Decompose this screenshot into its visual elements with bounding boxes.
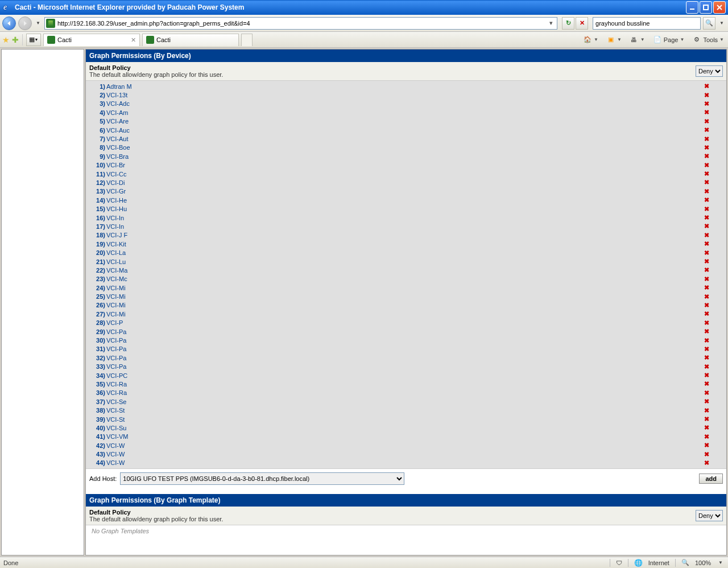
- delete-icon[interactable]: ✖: [704, 232, 723, 239]
- device-name-link[interactable]: VCI-Are: [106, 118, 132, 125]
- device-name-link[interactable]: VCI-St: [106, 416, 132, 423]
- policy-select-template[interactable]: Deny: [696, 510, 723, 521]
- delete-icon[interactable]: ✖: [704, 83, 723, 90]
- url-dropdown[interactable]: ▾: [547, 19, 556, 27]
- address-bar[interactable]: ▾: [44, 17, 557, 30]
- device-name-link[interactable]: Adtran M: [106, 83, 132, 90]
- delete-icon[interactable]: ✖: [704, 214, 723, 221]
- device-name-link[interactable]: VCI-Auc: [106, 127, 132, 134]
- delete-icon[interactable]: ✖: [704, 179, 723, 186]
- close-button[interactable]: [713, 1, 726, 14]
- device-name-link[interactable]: VCI-Mi: [106, 311, 132, 318]
- device-name-link[interactable]: VCI-Ma: [106, 267, 132, 274]
- tab-close-icon[interactable]: ✕: [131, 36, 136, 44]
- maximize-button[interactable]: [700, 1, 712, 14]
- delete-icon[interactable]: ✖: [704, 451, 723, 458]
- delete-icon[interactable]: ✖: [704, 442, 723, 449]
- tab-cacti-1[interactable]: Cacti ✕: [43, 34, 140, 46]
- device-name-link[interactable]: VCI-Aut: [106, 135, 132, 142]
- device-name-link[interactable]: VCI-13t: [106, 92, 132, 98]
- device-name-link[interactable]: VCI-Hu: [106, 205, 132, 212]
- device-name-link[interactable]: VCI-Mi: [106, 285, 132, 291]
- delete-icon[interactable]: ✖: [704, 196, 723, 204]
- delete-icon[interactable]: ✖: [704, 310, 723, 318]
- device-name-link[interactable]: VCI-Mc: [106, 275, 132, 282]
- device-name-link[interactable]: VCI-PC: [106, 372, 132, 379]
- device-name-link[interactable]: VCI-In: [106, 215, 132, 221]
- tab-cacti-2[interactable]: Cacti: [142, 34, 239, 46]
- device-name-link[interactable]: VCI-Pa: [106, 337, 132, 344]
- add-button[interactable]: add: [699, 474, 723, 484]
- delete-icon[interactable]: ✖: [704, 319, 723, 327]
- device-name-link[interactable]: VCI-Cc: [106, 171, 132, 178]
- delete-icon[interactable]: ✖: [704, 223, 723, 230]
- minimize-button[interactable]: [686, 1, 698, 14]
- delete-icon[interactable]: ✖: [704, 372, 723, 379]
- device-name-link[interactable]: VCI-Di: [106, 179, 132, 186]
- delete-icon[interactable]: ✖: [704, 188, 723, 195]
- device-name-link[interactable]: VCI-W: [106, 451, 132, 458]
- delete-icon[interactable]: ✖: [704, 92, 723, 99]
- device-name-link[interactable]: VCI-Su: [106, 425, 132, 431]
- delete-icon[interactable]: ✖: [704, 126, 723, 134]
- delete-icon[interactable]: ✖: [704, 433, 723, 441]
- search-dropdown[interactable]: ▼: [718, 20, 726, 26]
- delete-icon[interactable]: ✖: [704, 249, 723, 257]
- delete-icon[interactable]: ✖: [704, 398, 723, 405]
- search-button[interactable]: 🔍: [703, 17, 715, 30]
- delete-icon[interactable]: ✖: [704, 293, 723, 301]
- favorites-icon[interactable]: ★: [2, 35, 10, 44]
- zoom-dropdown[interactable]: ▼: [717, 560, 725, 565]
- device-name-link[interactable]: VCI-Ra: [106, 381, 132, 388]
- device-name-link[interactable]: VCI-Pa: [106, 363, 132, 370]
- delete-icon[interactable]: ✖: [704, 354, 723, 361]
- device-name-link[interactable]: VCI-Gr: [106, 188, 132, 195]
- delete-icon[interactable]: ✖: [704, 144, 723, 151]
- device-name-link[interactable]: VCI-La: [106, 249, 132, 256]
- add-host-select[interactable]: 10GIG UFO TEST PPS (IMGSUB6-0-d-da-3-b0-…: [120, 472, 404, 485]
- device-name-link[interactable]: VCI-Lu: [106, 258, 132, 265]
- device-name-link[interactable]: VCI-Bra: [106, 153, 132, 160]
- home-button[interactable]: 🏠▼: [581, 34, 600, 46]
- device-name-link[interactable]: VCI-W: [106, 459, 132, 466]
- page-menu[interactable]: 📄Page▼: [651, 34, 686, 46]
- delete-icon[interactable]: ✖: [704, 258, 723, 265]
- zoom-icon[interactable]: 🔍: [681, 559, 689, 566]
- delete-icon[interactable]: ✖: [704, 459, 723, 467]
- device-name-link[interactable]: VCI-Mi: [106, 302, 132, 308]
- delete-icon[interactable]: ✖: [704, 118, 723, 125]
- delete-icon[interactable]: ✖: [704, 109, 723, 116]
- back-button[interactable]: [2, 17, 16, 30]
- delete-icon[interactable]: ✖: [704, 389, 723, 397]
- device-name-link[interactable]: VCI-P: [106, 319, 132, 326]
- device-name-link[interactable]: VCI-Boe: [106, 144, 132, 151]
- device-name-link[interactable]: VCI-Mi: [106, 293, 132, 300]
- device-name-link[interactable]: VCI-Pa: [106, 345, 132, 352]
- feeds-button[interactable]: ▣▼: [605, 34, 623, 46]
- nav-history-dropdown[interactable]: ▼: [34, 20, 42, 26]
- delete-icon[interactable]: ✖: [704, 302, 723, 309]
- delete-icon[interactable]: ✖: [704, 380, 723, 388]
- delete-icon[interactable]: ✖: [704, 240, 723, 248]
- delete-icon[interactable]: ✖: [704, 100, 723, 108]
- delete-icon[interactable]: ✖: [704, 328, 723, 335]
- print-button[interactable]: 🖶▼: [628, 34, 647, 46]
- tools-menu[interactable]: ⚙Tools▼: [690, 34, 726, 46]
- search-box[interactable]: [593, 17, 701, 30]
- delete-icon[interactable]: ✖: [704, 345, 723, 353]
- device-name-link[interactable]: VCI-Br: [106, 162, 132, 168]
- delete-icon[interactable]: ✖: [704, 266, 723, 274]
- zoom-level[interactable]: 100%: [695, 559, 711, 566]
- device-name-link[interactable]: VCI-VM: [106, 433, 132, 440]
- delete-icon[interactable]: ✖: [704, 162, 723, 169]
- device-name-link[interactable]: VCI-He: [106, 197, 132, 204]
- device-name-link[interactable]: VCI-Se: [106, 398, 132, 405]
- device-name-link[interactable]: VCI-W: [106, 442, 132, 449]
- delete-icon[interactable]: ✖: [704, 205, 723, 213]
- refresh-button[interactable]: ↻: [562, 17, 574, 30]
- delete-icon[interactable]: ✖: [704, 337, 723, 344]
- main-panel[interactable]: Graph Permissions (By Device) Default Po…: [85, 49, 727, 555]
- delete-icon[interactable]: ✖: [704, 153, 723, 160]
- device-name-link[interactable]: VCI-In: [106, 223, 132, 230]
- delete-icon[interactable]: ✖: [704, 284, 723, 291]
